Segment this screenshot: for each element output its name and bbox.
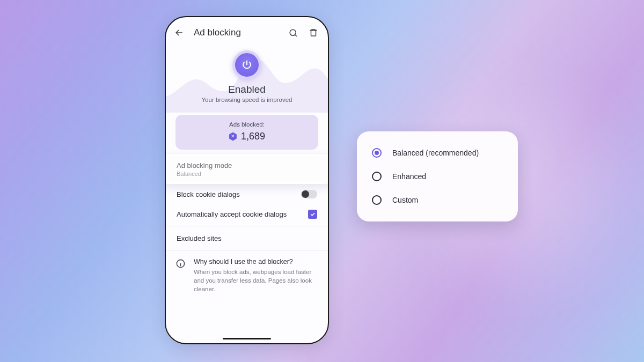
option-label: Enhanced — [392, 172, 426, 181]
status-subtitle: Your browsing speed is improved — [175, 97, 318, 103]
info-question: Why should I use the ad blocker? — [194, 258, 312, 265]
option-custom[interactable]: Custom — [362, 188, 513, 212]
mode-row-value: Balanced — [177, 171, 232, 177]
info-row: Why should I use the ad blocker? When yo… — [166, 250, 328, 302]
ads-blocked-label: Ads blocked: — [181, 121, 313, 128]
radio-selected-icon — [372, 148, 382, 158]
power-toggle-button[interactable] — [232, 50, 261, 79]
hero-section: Enabled Your browsing speed is improved — [166, 43, 328, 107]
mode-options-popup: Balanced (recommended) Enhanced Custom — [357, 131, 518, 221]
power-icon — [241, 59, 253, 71]
phone-frame: Ad blocking Enabled Your browsing speed … — [165, 16, 329, 344]
block-cookie-dialogs-row[interactable]: Block cookie dialogs — [166, 183, 328, 204]
radio-icon — [372, 172, 382, 181]
radio-icon — [372, 195, 382, 205]
ads-blocked-count: 1,689 — [241, 131, 265, 142]
auto-accept-checkbox[interactable] — [308, 210, 317, 219]
block-cookie-label: Block cookie dialogs — [177, 190, 240, 198]
svg-point-0 — [290, 29, 296, 35]
shield-hex-icon: ✕ — [229, 132, 237, 141]
excluded-sites-label: Excluded sites — [177, 234, 222, 242]
ad-blocking-mode-row[interactable]: Ad blocking mode Balanced — [166, 155, 328, 183]
delete-icon[interactable] — [308, 27, 319, 39]
block-cookie-toggle[interactable] — [301, 190, 317, 198]
search-icon[interactable] — [287, 27, 299, 39]
info-answer: When you block ads, webpages load faster… — [194, 268, 312, 293]
svg-rect-1 — [311, 31, 316, 36]
excluded-sites-row[interactable]: Excluded sites — [166, 226, 328, 250]
option-label: Custom — [392, 196, 418, 204]
option-balanced[interactable]: Balanced (recommended) — [362, 141, 513, 165]
option-label: Balanced (recommended) — [392, 149, 479, 157]
option-enhanced[interactable]: Enhanced — [362, 165, 513, 188]
back-icon[interactable] — [173, 27, 185, 39]
home-indicator[interactable] — [223, 338, 271, 339]
ads-blocked-card[interactable]: Ads blocked: ✕ 1,689 — [175, 115, 318, 150]
auto-accept-label: Automatically accept cookie dialogs — [177, 210, 287, 218]
auto-accept-cookie-row[interactable]: Automatically accept cookie dialogs — [166, 204, 328, 226]
app-bar: Ad blocking — [166, 25, 328, 43]
page-title: Ad blocking — [194, 27, 279, 38]
info-icon — [175, 258, 186, 271]
mode-row-title: Ad blocking mode — [177, 161, 232, 169]
status-title: Enabled — [175, 84, 318, 95]
